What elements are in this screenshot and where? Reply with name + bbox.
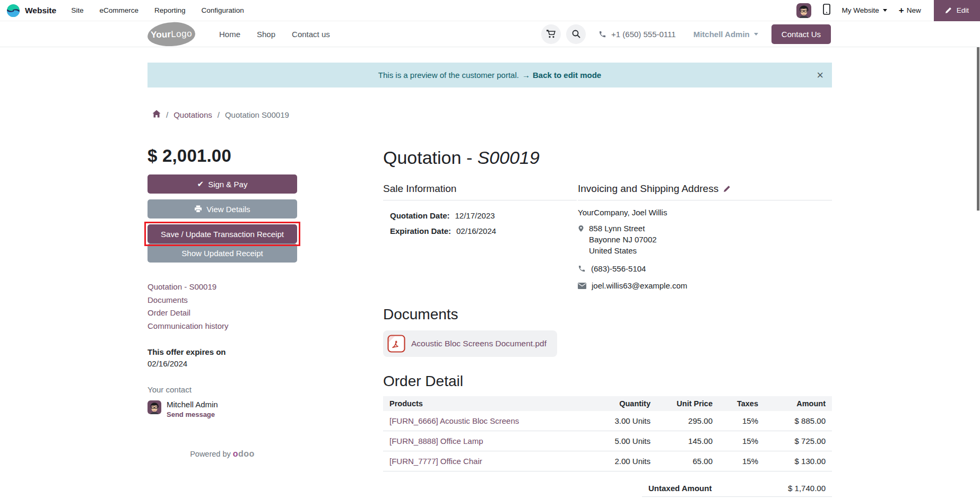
contact-card: Mitchell Admin Send message: [148, 399, 297, 418]
address-street: 858 Lynn Street: [589, 223, 657, 234]
banner-close-button[interactable]: ×: [817, 69, 823, 81]
row-taxes: 15%: [719, 431, 765, 451]
menu-configuration[interactable]: Configuration: [202, 6, 244, 14]
logo-text-your: Your: [151, 29, 171, 40]
back-to-edit-label: Back to edit mode: [533, 71, 601, 80]
save-receipt-wrapper: Save / Update Transaction Receipt: [148, 224, 297, 243]
row-amount: $ 130.00: [765, 451, 832, 471]
new-button[interactable]: + New: [899, 6, 921, 15]
contact-name: Mitchell Admin: [167, 399, 218, 409]
sidebar-link-communication-history[interactable]: Communication history: [148, 320, 297, 333]
row-taxes: 15%: [719, 451, 765, 471]
product-link[interactable]: [FURN_7777] Office Chair: [389, 457, 482, 466]
portal-preview-banner: This is a preview of the customer portal…: [148, 63, 832, 88]
breadcrumb-quotations[interactable]: Quotations: [174, 110, 212, 119]
printer-icon: [194, 205, 202, 213]
address-heading-row: Invoicing and Shipping Address: [578, 183, 832, 200]
page-title-prefix: Quotation -: [383, 147, 478, 168]
breadcrumb: / Quotations / Quotation S00019: [152, 110, 980, 119]
powered-by: Powered by odoo: [148, 449, 297, 459]
show-updated-receipt-button[interactable]: Show Updated Receipt: [148, 243, 297, 263]
map-pin-icon: [578, 224, 584, 233]
address-email[interactable]: joel.willis63@example.com: [592, 281, 687, 290]
table-row: [FURN_8888] Office Lamp 5.00 Units 145.0…: [383, 431, 832, 451]
website-app-brand[interactable]: Website: [6, 4, 56, 18]
yourlogo-logo[interactable]: YourLogo: [147, 21, 196, 47]
untaxed-amount-value: $ 1,740.00: [788, 484, 826, 493]
quotation-date-label: Quotation Date:: [390, 208, 450, 223]
cart-icon: [547, 30, 556, 38]
expiration-date-value: 02/16/2024: [456, 223, 496, 239]
contact-us-button[interactable]: Contact Us: [771, 24, 831, 44]
back-to-edit-link[interactable]: → Back to edit mode: [522, 71, 601, 80]
new-label: New: [907, 6, 921, 14]
offer-expiry-date: 02/16/2024: [148, 359, 297, 368]
nav-shop[interactable]: Shop: [257, 30, 275, 39]
nav-contact-us[interactable]: Contact us: [292, 30, 330, 39]
menu-ecommerce[interactable]: eCommerce: [99, 6, 138, 14]
navbar-left: YourLogo Home Shop Contact us: [148, 22, 330, 46]
website-navbar: YourLogo Home Shop Contact us: [0, 21, 980, 47]
menu-reporting[interactable]: Reporting: [154, 6, 186, 14]
sidebar-link-quotation[interactable]: Quotation - S00019: [148, 281, 297, 294]
chevron-down-icon: [883, 9, 887, 12]
sidebar-link-documents[interactable]: Documents: [148, 294, 297, 307]
sign-pay-label: Sign & Pay: [208, 180, 247, 189]
portal-content: $ 2,001.00 ✔ Sign & Pay View Details Sav…: [148, 146, 832, 498]
scrollbar-thumb[interactable]: [977, 27, 979, 211]
avatar-image: [148, 400, 161, 414]
sidebar-anchor-links: Quotation - S00019 Documents Order Detai…: [148, 281, 297, 333]
document-attachment-card[interactable]: Acoustic Bloc Screens Document.pdf: [383, 330, 557, 357]
address-phone: (683)-556-5104: [591, 264, 646, 273]
breadcrumb-current: Quotation S00019: [225, 110, 289, 119]
home-icon: [152, 110, 161, 118]
untaxed-amount-row: Untaxed Amount $ 1,740.00: [642, 480, 832, 497]
table-row: [FURN_6666] Acoustic Bloc Screens 3.00 U…: [383, 411, 832, 431]
cart-button[interactable]: [541, 24, 561, 44]
col-header-amount: Amount: [765, 396, 832, 411]
edit-address-pencil-icon[interactable]: [723, 185, 731, 193]
sign-pay-button[interactable]: ✔ Sign & Pay: [148, 174, 297, 194]
your-contact-label: Your contact: [148, 385, 297, 394]
user-avatar[interactable]: [796, 3, 811, 18]
sidebar-link-order-detail[interactable]: Order Detail: [148, 307, 297, 320]
address-company: YourCompany, Joel Willis: [578, 208, 832, 217]
row-amount: $ 885.00: [765, 411, 832, 431]
nav-home[interactable]: Home: [219, 30, 240, 39]
website-app-title: Website: [25, 6, 56, 15]
row-taxes: 15%: [719, 411, 765, 431]
user-menu-dropdown[interactable]: Mitchell Admin: [693, 30, 758, 39]
col-header-products: Products: [383, 396, 577, 411]
plus-icon: +: [899, 6, 904, 15]
breadcrumb-separator: /: [166, 110, 168, 119]
odoo-logo[interactable]: odoo: [233, 449, 255, 458]
save-update-transaction-receipt-button[interactable]: Save / Update Transaction Receipt: [148, 224, 297, 243]
mobile-preview-icon[interactable]: [823, 4, 830, 17]
pdf-file-icon: [387, 335, 405, 353]
page: Website Site eCommerce Reporting Configu…: [0, 0, 980, 498]
col-header-taxes: Taxes: [719, 396, 765, 411]
view-details-label: View Details: [206, 205, 250, 214]
address-section: Invoicing and Shipping Address YourCompa…: [578, 183, 832, 290]
product-link[interactable]: [FURN_8888] Office Lamp: [389, 436, 483, 445]
view-details-button[interactable]: View Details: [148, 199, 297, 219]
website-app-logo-icon: [6, 4, 20, 18]
site-nav-links: Home Shop Contact us: [219, 30, 330, 39]
order-detail-table: Products Quantity Unit Price Taxes Amoun…: [383, 396, 832, 471]
product-link[interactable]: [FURN_6666] Acoustic Bloc Screens: [389, 416, 519, 425]
avatar-image: [796, 3, 811, 18]
quotation-date-row: Quotation Date: 12/17/2023: [383, 208, 577, 223]
edit-button[interactable]: Edit: [934, 0, 980, 21]
header-phone-link[interactable]: +1 (650) 555-0111: [599, 30, 676, 39]
check-icon: ✔: [197, 179, 204, 189]
my-website-dropdown[interactable]: My Website: [842, 6, 887, 14]
menu-site[interactable]: Site: [71, 6, 83, 14]
breadcrumb-home[interactable]: [152, 110, 161, 119]
send-message-link[interactable]: Send message: [167, 410, 218, 418]
order-detail-heading: Order Detail: [383, 373, 832, 390]
backend-menu: Site eCommerce Reporting Configuration: [71, 6, 244, 14]
navbar-right: +1 (650) 555-0111 Mitchell Admin Contact…: [536, 24, 831, 44]
chevron-down-icon: [754, 33, 758, 36]
untaxed-amount-label: Untaxed Amount: [648, 484, 712, 493]
search-button[interactable]: [566, 24, 586, 44]
